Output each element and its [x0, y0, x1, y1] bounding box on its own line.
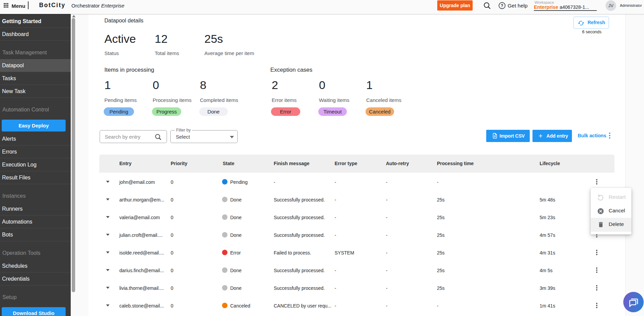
svg-text:?: ?: [501, 3, 503, 8]
